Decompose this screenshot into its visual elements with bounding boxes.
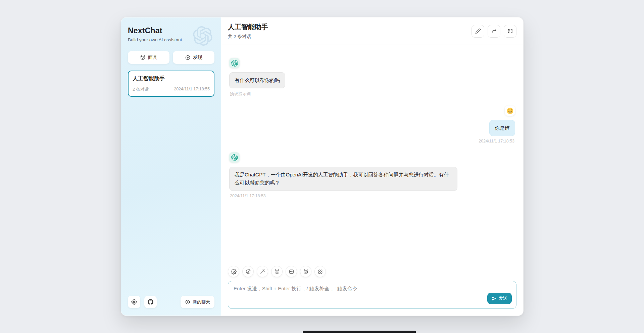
openai-logo-icon	[231, 154, 238, 161]
masks-tool-button[interactable]	[271, 266, 283, 277]
new-chat-label: 新的聊天	[193, 299, 210, 305]
sidebar-footer: 新的聊天	[128, 296, 214, 308]
chat-title: 人工智能助手	[228, 23, 268, 32]
edit-pencil-icon	[475, 28, 481, 34]
app-window: NextChat Build your own AI assistant. 面具…	[121, 17, 524, 316]
chat-list-item-selected[interactable]: 人工智能助手 2 条对话 2024/11/1 17:18:55	[128, 71, 214, 97]
chat-header: 人工智能助手 共 2 条对话	[221, 17, 523, 44]
discover-button-label: 发现	[193, 54, 202, 60]
message-bot: 有什么可以帮你的吗 预设提示词	[229, 58, 515, 97]
chat-item-count: 2 条对话	[133, 87, 149, 92]
theme-auto-icon	[245, 269, 251, 275]
clear-context-icon	[289, 269, 294, 275]
prompt-hints-button[interactable]	[257, 266, 268, 277]
send-plane-icon	[492, 296, 497, 301]
shortcuts-button[interactable]	[314, 266, 326, 277]
rename-button[interactable]	[472, 25, 484, 38]
sidebar-header: NextChat Build your own AI assistant.	[128, 26, 214, 42]
openai-logo-watermark-icon	[193, 26, 212, 46]
robot-icon	[303, 269, 309, 275]
mask-icon	[274, 269, 280, 275]
masks-button[interactable]: 面具	[128, 51, 169, 64]
message-timestamp: 2024/11/1 17:18:53	[478, 139, 515, 143]
chat-settings-button[interactable]	[228, 266, 239, 277]
composer: 发送	[221, 262, 523, 316]
share-icon	[491, 28, 497, 34]
discover-icon	[185, 55, 191, 60]
gear-icon	[231, 269, 237, 275]
github-icon	[148, 299, 153, 305]
sidebar: NextChat Build your own AI assistant. 面具…	[121, 17, 221, 316]
discover-button[interactable]: 发现	[173, 51, 214, 64]
magic-wand-icon	[260, 269, 265, 275]
message-meta-preset: 预设提示词	[229, 91, 252, 97]
maximize-button[interactable]	[504, 25, 516, 38]
chat-panel: 人工智能助手 共 2 条对话 有什么可以帮你的吗	[221, 17, 523, 316]
message-bubble: 有什么可以帮你的吗	[229, 72, 285, 88]
github-button[interactable]	[144, 296, 157, 308]
mask-icon	[140, 55, 146, 60]
settings-button[interactable]	[128, 296, 140, 308]
message-timestamp: 2024/11/1 17:18:53	[229, 194, 266, 198]
chat-item-title: 人工智能助手	[133, 75, 210, 82]
home-indicator-bar	[303, 331, 416, 333]
model-select-button[interactable]	[300, 266, 311, 277]
message-bot: 我是ChatGPT，一个由OpenAI开发的人工智能助手，我可以回答各种问题并与…	[229, 152, 515, 198]
maximize-icon	[507, 28, 513, 34]
chat-item-meta: 2 条对话 2024/11/1 17:18:55	[133, 87, 210, 92]
chat-item-time: 2024/11/1 17:18:55	[174, 87, 210, 92]
chat-input[interactable]	[228, 281, 516, 308]
chat-list: 人工智能助手 2 条对话 2024/11/1 17:18:55	[128, 71, 214, 97]
message-bubble: 我是ChatGPT，一个由OpenAI开发的人工智能助手，我可以回答各种问题并与…	[229, 167, 457, 191]
composer-toolbar	[228, 266, 516, 277]
chat-header-actions	[472, 25, 516, 38]
sidebar-actions: 面具 发现	[128, 51, 214, 64]
message-bubble: 你是谁	[489, 120, 515, 136]
clear-context-button[interactable]	[286, 266, 297, 277]
message-list: 有什么可以帮你的吗 预设提示词 你是谁 2024/11/1 17:18:53 我…	[221, 44, 523, 262]
openai-avatar	[229, 152, 240, 163]
openai-avatar	[229, 58, 240, 68]
gear-icon	[131, 299, 137, 305]
openai-logo-icon	[231, 60, 238, 67]
chat-header-titles: 人工智能助手 共 2 条对话	[228, 23, 268, 40]
message-user: 你是谁 2024/11/1 17:18:53	[229, 106, 515, 143]
theme-toggle-button[interactable]	[242, 266, 254, 277]
chat-input-container: 发送	[228, 281, 516, 309]
send-button[interactable]: 发送	[487, 293, 512, 304]
user-emoji-avatar	[505, 106, 515, 116]
send-button-label: 发送	[499, 295, 507, 301]
share-button[interactable]	[488, 25, 500, 38]
new-chat-button[interactable]: 新的聊天	[181, 296, 214, 308]
masks-button-label: 面具	[148, 54, 157, 60]
add-circle-icon	[185, 299, 190, 305]
grid-icon	[317, 269, 323, 275]
smiley-emoji-icon	[506, 107, 514, 115]
chat-subtitle: 共 2 条对话	[228, 34, 268, 40]
